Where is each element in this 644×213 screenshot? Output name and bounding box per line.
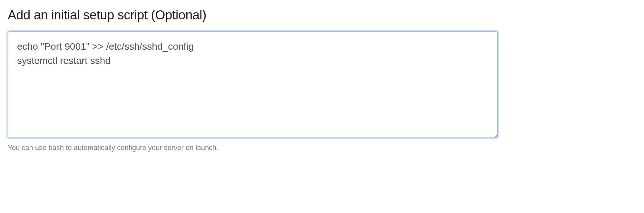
- section-heading: Add an initial setup script (Optional): [8, 8, 636, 22]
- setup-script-textarea[interactable]: [8, 31, 498, 138]
- helper-text: You can use bash to automatically config…: [8, 144, 636, 152]
